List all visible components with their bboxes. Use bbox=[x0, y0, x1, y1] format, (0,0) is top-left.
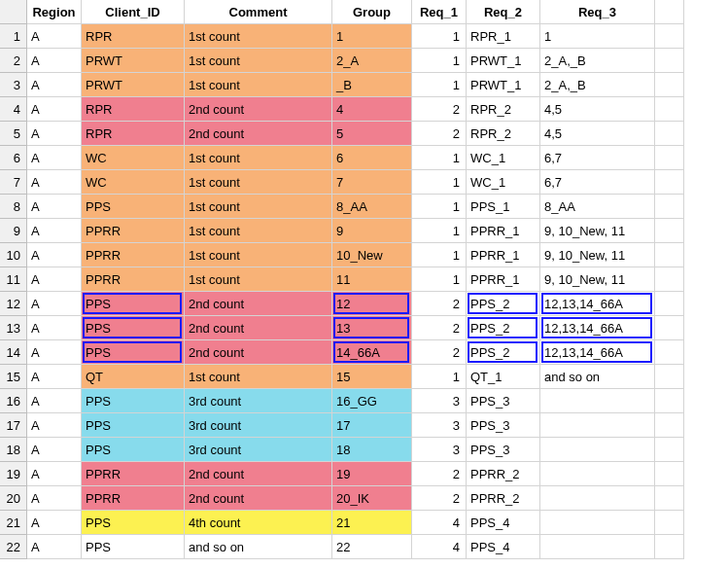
cell-comment[interactable]: 1st count bbox=[185, 49, 332, 73]
cell-r3[interactable]: 6,7 bbox=[540, 170, 655, 195]
cell-r3[interactable] bbox=[540, 486, 655, 511]
cell-group[interactable]: 22 bbox=[332, 535, 412, 559]
cell-region[interactable]: A bbox=[27, 24, 82, 49]
cell-r3[interactable] bbox=[540, 413, 655, 438]
cell-r1[interactable]: 1 bbox=[412, 243, 467, 267]
blank-cell[interactable] bbox=[655, 243, 684, 267]
cell-r2[interactable]: PPS_4 bbox=[467, 511, 540, 535]
cell-r2[interactable]: QT_1 bbox=[467, 365, 540, 389]
cell-comment[interactable]: 3rd count bbox=[185, 438, 332, 462]
cell-region[interactable]: A bbox=[27, 316, 82, 340]
cell-region[interactable]: A bbox=[27, 462, 82, 486]
blank-cell[interactable] bbox=[655, 486, 684, 511]
cell-group[interactable]: 1 bbox=[332, 24, 412, 49]
cell-group[interactable]: 12 bbox=[332, 292, 412, 316]
cell-r2[interactable]: PPS_2 bbox=[467, 292, 540, 316]
row-header[interactable]: 3 bbox=[0, 73, 27, 97]
cell-r2[interactable]: RPR_2 bbox=[467, 97, 540, 122]
cell-region[interactable]: A bbox=[27, 73, 82, 97]
cell-comment[interactable]: 1st count bbox=[185, 219, 332, 243]
cell-r3[interactable]: 8_AA bbox=[540, 195, 655, 219]
blank-cell[interactable] bbox=[655, 389, 684, 413]
cell-r3[interactable]: 4,5 bbox=[540, 97, 655, 122]
row-header[interactable]: 16 bbox=[0, 389, 27, 413]
cell-r3[interactable]: 9, 10_New, 11 bbox=[540, 267, 655, 292]
row-header[interactable]: 14 bbox=[0, 340, 27, 365]
cell-comment[interactable]: 1st count bbox=[185, 243, 332, 267]
blank-cell[interactable] bbox=[655, 195, 684, 219]
cell-client[interactable]: PPRR bbox=[82, 462, 185, 486]
cell-client[interactable]: PRWT bbox=[82, 73, 185, 97]
cell-group[interactable]: 17 bbox=[332, 413, 412, 438]
cell-r3[interactable]: 9, 10_New, 11 bbox=[540, 243, 655, 267]
cell-group[interactable]: 4 bbox=[332, 97, 412, 122]
cell-client[interactable]: PPS bbox=[82, 535, 185, 559]
column-header[interactable]: Req_3 bbox=[540, 0, 655, 24]
column-header[interactable]: Client_ID bbox=[82, 0, 185, 24]
cell-group[interactable]: 5 bbox=[332, 122, 412, 146]
row-header[interactable]: 6 bbox=[0, 146, 27, 170]
column-header[interactable]: Group bbox=[332, 0, 412, 24]
cell-r2[interactable]: PPS_3 bbox=[467, 389, 540, 413]
cell-r3[interactable]: 12,13,14_66A bbox=[540, 316, 655, 340]
cell-group[interactable]: 10_New bbox=[332, 243, 412, 267]
cell-r2[interactable]: PPRR_2 bbox=[467, 462, 540, 486]
cell-r3[interactable] bbox=[540, 511, 655, 535]
row-header[interactable]: 5 bbox=[0, 122, 27, 146]
cell-r1[interactable]: 4 bbox=[412, 511, 467, 535]
cell-r1[interactable]: 1 bbox=[412, 219, 467, 243]
blank-cell[interactable] bbox=[655, 49, 684, 73]
cell-r3[interactable]: and so on bbox=[540, 365, 655, 389]
cell-r2[interactable]: PPS_2 bbox=[467, 340, 540, 365]
cell-r1[interactable]: 1 bbox=[412, 24, 467, 49]
cell-r1[interactable]: 1 bbox=[412, 146, 467, 170]
cell-r3[interactable]: 9, 10_New, 11 bbox=[540, 219, 655, 243]
cell-r1[interactable]: 1 bbox=[412, 195, 467, 219]
cell-r1[interactable]: 4 bbox=[412, 535, 467, 559]
cell-r3[interactable]: 1 bbox=[540, 24, 655, 49]
cell-r2[interactable]: RPR_2 bbox=[467, 122, 540, 146]
cell-region[interactable]: A bbox=[27, 340, 82, 365]
blank-cell[interactable] bbox=[655, 511, 684, 535]
cell-r2[interactable]: PPS_3 bbox=[467, 438, 540, 462]
row-header[interactable]: 7 bbox=[0, 170, 27, 195]
cell-client[interactable]: PPRR bbox=[82, 219, 185, 243]
cell-region[interactable]: A bbox=[27, 267, 82, 292]
cell-region[interactable]: A bbox=[27, 195, 82, 219]
blank-cell[interactable] bbox=[655, 438, 684, 462]
cell-comment[interactable]: 2nd count bbox=[185, 462, 332, 486]
cell-client[interactable]: PPRR bbox=[82, 243, 185, 267]
cell-group[interactable]: 20_IK bbox=[332, 486, 412, 511]
cell-client[interactable]: PPS bbox=[82, 316, 185, 340]
blank-cell[interactable] bbox=[655, 292, 684, 316]
cell-group[interactable]: 9 bbox=[332, 219, 412, 243]
cell-client[interactable]: WC bbox=[82, 170, 185, 195]
cell-comment[interactable]: 3rd count bbox=[185, 389, 332, 413]
cell-client[interactable]: PPRR bbox=[82, 267, 185, 292]
cell-r2[interactable]: PPS_3 bbox=[467, 413, 540, 438]
cell-client[interactable]: PRWT bbox=[82, 49, 185, 73]
cell-group[interactable]: 21 bbox=[332, 511, 412, 535]
blank-cell[interactable] bbox=[655, 462, 684, 486]
cell-client[interactable]: PPRR bbox=[82, 486, 185, 511]
row-header[interactable]: 17 bbox=[0, 413, 27, 438]
blank-cell[interactable] bbox=[655, 122, 684, 146]
cell-r3[interactable] bbox=[540, 462, 655, 486]
row-header[interactable]: 21 bbox=[0, 511, 27, 535]
cell-comment[interactable]: 2nd count bbox=[185, 292, 332, 316]
cell-group[interactable]: _B bbox=[332, 73, 412, 97]
cell-group[interactable]: 15 bbox=[332, 365, 412, 389]
cell-client[interactable]: PPS bbox=[82, 292, 185, 316]
cell-r3[interactable]: 12,13,14_66A bbox=[540, 340, 655, 365]
cell-r3[interactable]: 12,13,14_66A bbox=[540, 292, 655, 316]
cell-r3[interactable]: 2_A,_B bbox=[540, 73, 655, 97]
cell-r1[interactable]: 1 bbox=[412, 267, 467, 292]
cell-region[interactable]: A bbox=[27, 219, 82, 243]
cell-r3[interactable] bbox=[540, 535, 655, 559]
cell-r2[interactable]: PPRR_1 bbox=[467, 219, 540, 243]
blank-cell[interactable] bbox=[655, 97, 684, 122]
cell-r2[interactable]: PPRR_1 bbox=[467, 243, 540, 267]
cell-comment[interactable]: and so on bbox=[185, 535, 332, 559]
row-header[interactable]: 8 bbox=[0, 195, 27, 219]
cell-region[interactable]: A bbox=[27, 170, 82, 195]
